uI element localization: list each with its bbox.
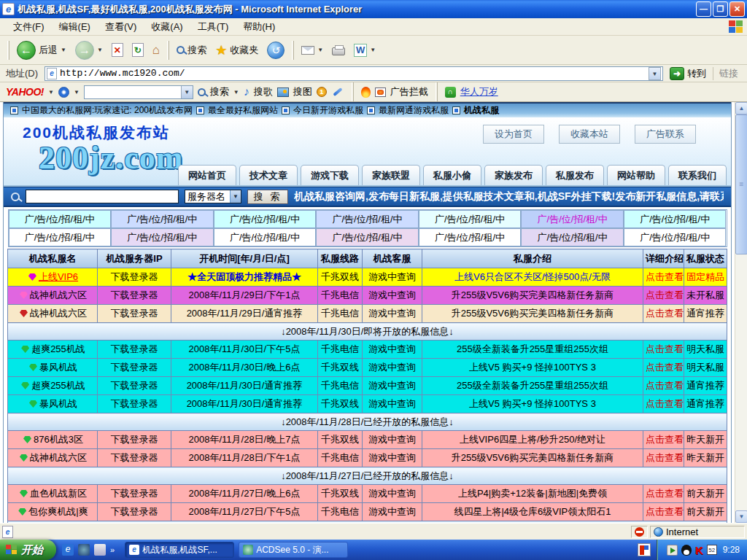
server-name-link[interactable]: 876机战3区 bbox=[34, 434, 83, 445]
server-name-link[interactable]: 超爽255机战 bbox=[31, 380, 85, 391]
login-download-link[interactable]: 下载登录器 bbox=[98, 305, 171, 323]
tray-qq-icon[interactable] bbox=[681, 545, 692, 556]
image-search-label[interactable]: 搜图 bbox=[293, 85, 312, 98]
login-download-link[interactable]: 下载登录器 bbox=[98, 377, 171, 395]
scroll-down-icon[interactable]: ▼ bbox=[735, 510, 747, 523]
detail-view-link[interactable]: 点击查看 bbox=[643, 359, 684, 377]
notice-link[interactable]: 中国最大的私服网:玩家速记: 200机战发布网 bbox=[22, 104, 193, 117]
close-button[interactable]: ✕ bbox=[729, 1, 745, 17]
nav-tab[interactable]: 家族联盟 bbox=[362, 165, 420, 185]
ime-language-icon[interactable] bbox=[638, 543, 651, 556]
popular-fire-icon[interactable] bbox=[361, 87, 371, 98]
home-button[interactable]: ⌂ bbox=[148, 42, 164, 59]
edit-dropdown-icon[interactable]: ▼ bbox=[370, 47, 376, 53]
server-name-link[interactable]: 上线VIP6 bbox=[39, 271, 78, 282]
quicklaunch-ie-icon[interactable]: e bbox=[62, 544, 74, 556]
server-name-link[interactable]: 战神机战六区 bbox=[30, 289, 87, 300]
search-type-select[interactable]: 服务器名▼ bbox=[185, 190, 241, 203]
refresh-button[interactable]: ↻ bbox=[128, 41, 148, 59]
yahoo-logo[interactable]: YAHOO! bbox=[6, 86, 44, 98]
detail-view-link[interactable]: 点击查看 bbox=[643, 341, 684, 359]
scrollbar-thumb[interactable] bbox=[735, 114, 747, 254]
ad-slot-link[interactable]: 广/告/位/招/租/中 bbox=[316, 210, 419, 228]
detail-view-link[interactable]: 点击查看 bbox=[643, 287, 684, 305]
print-button[interactable] bbox=[328, 42, 349, 58]
menu-item[interactable]: 查看(V) bbox=[98, 18, 144, 36]
start-button[interactable]: 开始 bbox=[0, 540, 56, 560]
ad-slot-link[interactable]: 广/告/位/招/租/中 bbox=[624, 210, 727, 228]
address-input[interactable]: e http://www.mc1920.com/ ▼ bbox=[44, 66, 663, 81]
quicklaunch-desktop-icon[interactable] bbox=[94, 544, 106, 556]
quick-link[interactable]: 广告联系 bbox=[635, 125, 696, 144]
site-logo[interactable]: 200jz.com bbox=[39, 139, 183, 176]
menu-item[interactable]: 收藏(A) bbox=[144, 18, 190, 36]
nav-tab[interactable]: 网站首页 bbox=[178, 165, 236, 185]
nav-tab[interactable]: 私服发布 bbox=[546, 165, 604, 185]
quicklaunch-chevron-icon[interactable]: » bbox=[110, 545, 115, 554]
search-button[interactable]: 搜索 bbox=[172, 42, 211, 59]
server-name-link[interactable]: 血色机战新区 bbox=[30, 488, 87, 499]
mail-button[interactable]: ▼ bbox=[297, 44, 328, 57]
chinese-link[interactable]: 华人万岁 bbox=[460, 85, 498, 98]
notice-link[interactable]: 今日新开游戏私服 bbox=[293, 104, 363, 117]
nav-tab[interactable]: 技术文章 bbox=[239, 165, 298, 185]
history-button[interactable]: ↺ bbox=[263, 39, 289, 61]
minimize-button[interactable]: — bbox=[696, 1, 711, 17]
detail-view-link[interactable]: 点击查看 bbox=[643, 485, 684, 503]
stamp-icon[interactable]: 1 bbox=[317, 87, 327, 97]
mail-dropdown-icon[interactable]: ▼ bbox=[317, 47, 323, 53]
menu-item[interactable]: 文件(F) bbox=[6, 18, 52, 36]
ad-slot-link[interactable]: 广/告/位/招/租/中 bbox=[111, 228, 214, 246]
back-dropdown-icon[interactable]: ▼ bbox=[61, 47, 66, 53]
nav-tab[interactable]: 联系我们 bbox=[668, 165, 727, 185]
server-name-link[interactable]: 暴风机战 bbox=[39, 398, 77, 409]
menu-item[interactable]: 帮助(H) bbox=[236, 18, 282, 36]
detail-view-link[interactable]: 点击查看 bbox=[643, 377, 684, 395]
scroll-up-icon[interactable]: ▲ bbox=[735, 102, 747, 114]
go-button[interactable]: ➜ 转到 bbox=[667, 67, 709, 80]
tray-antivirus-icon[interactable]: K bbox=[695, 544, 703, 556]
login-download-link[interactable]: 下载登录器 bbox=[98, 431, 171, 449]
login-download-link[interactable]: 下载登录器 bbox=[98, 287, 171, 305]
address-dropdown-icon[interactable]: ▼ bbox=[649, 67, 661, 80]
notice-link[interactable]: 最全最好私服网站 bbox=[208, 104, 278, 117]
yahoo-dropdown-icon[interactable]: ▼ bbox=[48, 89, 54, 96]
forward-button[interactable]: → ▼ bbox=[71, 39, 107, 62]
ad-slot-link[interactable]: 广/告/位/招/租/中 bbox=[521, 210, 624, 228]
favorites-button[interactable]: ★ 收藏夹 bbox=[211, 40, 263, 61]
login-download-link[interactable]: 下载登录器 bbox=[98, 503, 171, 521]
yahoo-search-input[interactable]: ▼ bbox=[84, 85, 193, 99]
site-search-input[interactable] bbox=[26, 190, 179, 203]
login-download-link[interactable]: 下载登录器 bbox=[98, 395, 171, 413]
ad-slot-link[interactable]: 广/告/位/招/租/中 bbox=[214, 228, 317, 246]
page-scrollbar[interactable]: ▲ ▼ bbox=[735, 102, 747, 523]
stop-button[interactable]: ✕ bbox=[107, 41, 128, 59]
quick-link[interactable]: 设为首页 bbox=[483, 125, 544, 144]
server-name-link[interactable]: 战神机战六区 bbox=[30, 308, 87, 319]
menu-item[interactable]: 编辑(E) bbox=[52, 18, 98, 36]
server-name-link[interactable]: 包你爽机战|爽 bbox=[28, 506, 88, 517]
ad-slot-link[interactable]: 广/告/位/招/租/中 bbox=[214, 210, 317, 228]
nav-tab[interactable]: 网站帮助 bbox=[607, 165, 665, 185]
back-button[interactable]: ← 后退 ▼ bbox=[12, 39, 71, 62]
quicklaunch-app-icon[interactable] bbox=[78, 544, 90, 556]
nav-tab[interactable]: 私服小偷 bbox=[423, 165, 481, 185]
quick-link[interactable]: 收藏本站 bbox=[559, 125, 620, 144]
nav-tab[interactable]: 游戏下载 bbox=[301, 165, 359, 185]
ad-slot-link[interactable]: 广/告/位/招/租/中 bbox=[316, 228, 419, 246]
login-download-link[interactable]: 下载登录器 bbox=[98, 485, 171, 503]
login-download-link[interactable]: 下载登录器 bbox=[98, 268, 171, 287]
restore-button[interactable]: ❐ bbox=[713, 1, 728, 17]
settings-dropdown-icon[interactable]: ▼ bbox=[74, 89, 80, 96]
tray-utility-icon[interactable]: 52 bbox=[707, 545, 717, 555]
server-name-link[interactable]: 战神机战六区 bbox=[30, 452, 87, 463]
notice-link[interactable]: 机战私服 bbox=[464, 104, 499, 117]
server-name-link[interactable]: 超爽255机战 bbox=[31, 343, 85, 354]
menu-item[interactable]: 工具(T) bbox=[190, 18, 236, 36]
ad-slot-link[interactable]: 广/告/位/招/租/中 bbox=[624, 228, 727, 246]
notice-link[interactable]: 最新网通游戏私服 bbox=[379, 104, 449, 117]
server-name-link[interactable]: 暴风机战 bbox=[39, 362, 77, 373]
ad-slot-link[interactable]: 广/告/位/招/租/中 bbox=[9, 228, 112, 246]
forward-dropdown-icon[interactable]: ▼ bbox=[97, 47, 103, 53]
detail-view-link[interactable]: 点击查看 bbox=[643, 503, 684, 521]
